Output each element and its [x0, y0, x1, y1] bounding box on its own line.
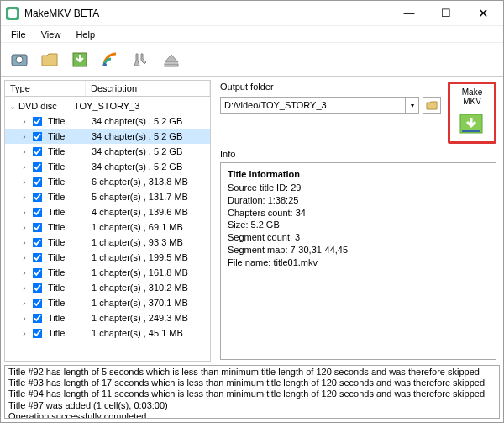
expand-icon[interactable]: › — [20, 193, 29, 202]
output-box: Output folder ▾ — [220, 82, 441, 114]
tree-item[interactable]: ›Title1 chapter(s) , 161.8 MB — [5, 265, 210, 280]
info-label: Info — [220, 149, 496, 159]
svg-rect-6 — [462, 130, 480, 132]
settings-button[interactable] — [129, 47, 154, 72]
tree-item[interactable]: ›Title34 chapter(s) , 5.2 GB — [5, 114, 210, 129]
menu-view[interactable]: View — [34, 28, 68, 41]
info-line: Segment map: 7-30,31-44,45 — [228, 244, 489, 256]
tree-item[interactable]: ›Title1 chapter(s) , 45.1 MB — [5, 325, 210, 341]
expand-icon[interactable]: › — [20, 132, 29, 141]
info-line: Source title ID: 29 — [228, 182, 489, 194]
log-box[interactable]: Title #92 has length of 5 seconds which … — [4, 365, 500, 419]
tree-item-label: Title — [46, 177, 92, 187]
expand-icon[interactable]: › — [20, 268, 29, 278]
title-checkbox[interactable] — [33, 252, 43, 262]
title-checkbox[interactable] — [33, 177, 43, 187]
info-line: Segment count: 3 — [228, 231, 489, 244]
maximize-button[interactable]: ☐ — [428, 2, 465, 25]
info-box: Title informationSource title ID: 29Dura… — [220, 162, 496, 360]
expand-icon[interactable]: › — [20, 162, 29, 172]
expand-icon[interactable]: › — [20, 147, 29, 156]
toolbar — [1, 43, 503, 77]
title-checkbox[interactable] — [33, 313, 43, 323]
tree-body[interactable]: ⌄DVD discTOY_STORY_3›Title34 chapter(s) … — [4, 97, 211, 362]
tree-item[interactable]: ›Title34 chapter(s) , 5.2 GB — [5, 144, 210, 159]
expand-icon[interactable]: › — [20, 177, 29, 187]
menu-file[interactable]: File — [4, 28, 33, 41]
title-checkbox[interactable] — [33, 116, 43, 126]
expand-icon[interactable]: › — [20, 223, 29, 232]
title-checkbox[interactable] — [33, 328, 43, 338]
tree-item[interactable]: ›Title34 chapter(s) , 5.2 GB — [5, 159, 210, 174]
tree-item-desc: 1 chapter(s) , 161.8 MB — [92, 267, 210, 278]
tree-item[interactable]: ›Title1 chapter(s) , 370.1 MB — [5, 295, 210, 310]
browse-folder-button[interactable] — [423, 97, 441, 114]
tree-item-desc: 34 chapter(s) , 5.2 GB — [92, 131, 210, 141]
title-checkbox[interactable] — [33, 161, 43, 172]
tree-item[interactable]: ›Title5 chapter(s) , 131.7 MB — [5, 189, 210, 204]
eject-button[interactable] — [159, 47, 184, 72]
tree-item-label: Title — [46, 222, 92, 232]
expand-icon[interactable]: › — [20, 117, 29, 126]
tree-item-label: Title — [46, 237, 92, 247]
tree-root[interactable]: ⌄DVD discTOY_STORY_3 — [5, 98, 210, 114]
expand-icon[interactable]: › — [20, 253, 29, 262]
make-mkv-button[interactable]: Make MKV — [448, 82, 496, 144]
tree-item-label: Title — [46, 298, 92, 308]
tree-item[interactable]: ›Title1 chapter(s) , 310.2 MB — [5, 280, 210, 295]
menu-help[interactable]: Help — [69, 28, 102, 41]
open-file-button[interactable] — [38, 47, 63, 72]
expand-icon[interactable]: › — [20, 314, 29, 323]
title-checkbox[interactable] — [33, 237, 43, 247]
menu-bar: File View Help — [1, 26, 503, 43]
tree-item[interactable]: ›Title34 chapter(s) , 5.2 GB — [5, 129, 210, 144]
stream-button[interactable] — [98, 47, 123, 72]
tree-item[interactable]: ›Title1 chapter(s) , 69.1 MB — [5, 219, 210, 235]
info-line: Duration: 1:38:25 — [228, 194, 489, 207]
close-button[interactable]: ✕ — [465, 2, 501, 25]
output-row: Output folder ▾ Make MKV — [220, 82, 496, 144]
expand-icon[interactable]: › — [20, 283, 29, 293]
make-mkv-icon — [457, 109, 487, 138]
open-disc-button[interactable] — [8, 47, 33, 72]
tree-item-label: Title — [46, 313, 92, 323]
tree-item-label: Title — [46, 116, 92, 126]
tree-item-label: Title — [46, 146, 92, 156]
title-checkbox[interactable] — [33, 131, 43, 141]
title-checkbox[interactable] — [33, 267, 43, 278]
tree-item[interactable]: ›Title6 chapter(s) , 313.8 MB — [5, 174, 210, 189]
tree-header-desc[interactable]: Description — [86, 81, 210, 96]
tree-item-label: Title — [46, 207, 92, 217]
svg-point-1 — [16, 56, 23, 63]
output-label: Output folder — [220, 82, 441, 92]
tree-item-desc: 1 chapter(s) , 249.3 MB — [92, 313, 210, 323]
expand-icon[interactable]: › — [20, 208, 29, 217]
tree-item[interactable]: ›Title1 chapter(s) , 93.3 MB — [5, 235, 210, 250]
title-checkbox[interactable] — [33, 222, 43, 232]
log-line: Title #92 has length of 5 seconds which … — [8, 367, 496, 378]
expand-icon[interactable]: › — [20, 299, 29, 308]
expand-icon[interactable]: ⌄ — [8, 102, 17, 111]
title-checkbox[interactable] — [33, 283, 43, 293]
minimize-button[interactable]: — — [391, 2, 428, 25]
expand-icon[interactable]: › — [20, 329, 29, 338]
title-checkbox[interactable] — [33, 192, 43, 202]
save-button[interactable] — [68, 47, 93, 72]
tree-item[interactable]: ›Title4 chapter(s) , 139.6 MB — [5, 204, 210, 219]
log-line: Title #97 was added (1 cell(s), 0:03:00) — [8, 400, 496, 411]
tree-item[interactable]: ›Title1 chapter(s) , 249.3 MB — [5, 310, 210, 325]
tree-root-desc: TOY_STORY_3 — [74, 101, 210, 111]
title-tree-panel: Type Description ⌄DVD discTOY_STORY_3›Ti… — [1, 77, 215, 365]
title-checkbox[interactable] — [33, 146, 43, 156]
tree-item-desc: 4 chapter(s) , 139.6 MB — [92, 207, 210, 217]
output-dropdown-button[interactable]: ▾ — [406, 97, 419, 114]
svg-rect-4 — [165, 64, 178, 66]
title-checkbox[interactable] — [33, 298, 43, 308]
tree-item[interactable]: ›Title1 chapter(s) , 199.5 MB — [5, 250, 210, 265]
title-checkbox[interactable] — [33, 207, 43, 217]
tree-item-desc: 34 chapter(s) , 5.2 GB — [92, 146, 210, 156]
expand-icon[interactable]: › — [20, 238, 29, 247]
output-folder-input[interactable] — [220, 97, 406, 114]
tree-header-type[interactable]: Type — [5, 81, 86, 96]
tree-header: Type Description — [4, 80, 211, 97]
